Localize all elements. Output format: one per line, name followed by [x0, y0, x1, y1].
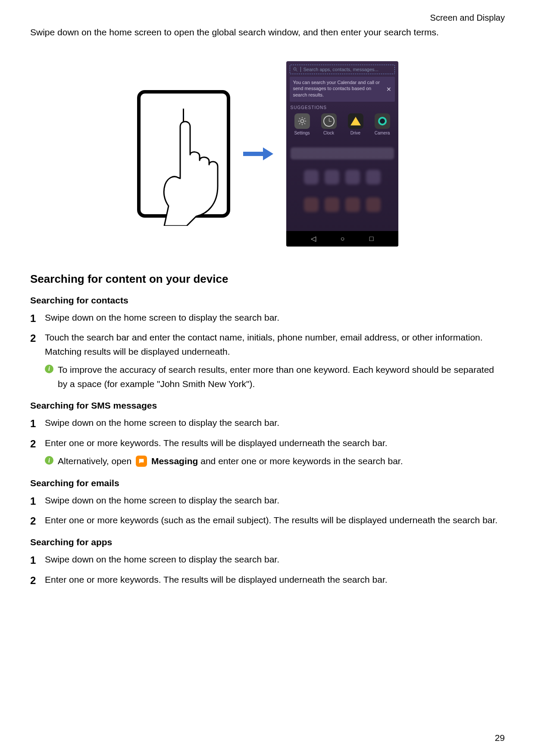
suggestions-row: Settings Clock Drive Camera — [286, 112, 398, 139]
subheading-contacts: Searching for contacts — [30, 295, 505, 306]
svg-marker-1 — [263, 147, 273, 160]
device-swipe-illustration — [137, 90, 230, 218]
suggestions-label: SUGGESTIONS — [291, 105, 395, 110]
search-bar[interactable]: Search apps, contacts, messages... — [290, 65, 395, 74]
steps-sms: Swipe down on the home screen to display… — [30, 416, 505, 469]
search-tip-card: You can search your Calendar and call or… — [290, 77, 395, 102]
tip-block: i To improve the accuracy of search resu… — [45, 363, 505, 391]
intro-paragraph: Swipe down on the home screen to open th… — [30, 25, 505, 40]
step-item: Swipe down on the home screen to display… — [30, 494, 505, 508]
device-search-screenshot: Search apps, contacts, messages... You c… — [286, 61, 398, 247]
info-icon: i — [45, 365, 53, 373]
nav-home-icon[interactable]: ○ — [341, 235, 345, 243]
step-item: Enter one or more keywords (such as the … — [30, 513, 505, 528]
steps-emails: Swipe down on the home screen to display… — [30, 494, 505, 528]
info-icon: i — [45, 456, 53, 465]
step-item: Swipe down on the home screen to display… — [30, 416, 505, 430]
tip-app-name: Messaging — [151, 456, 198, 466]
svg-line-11 — [299, 123, 300, 124]
step-item: Swipe down on the home screen to display… — [30, 311, 505, 325]
svg-point-2 — [294, 68, 296, 70]
search-tip-text: You can search your Calendar and call or… — [293, 80, 380, 98]
page: Screen and Display Swipe down on the hom… — [0, 0, 535, 756]
suggestion-app-drive[interactable]: Drive — [344, 113, 367, 135]
nav-back-icon[interactable]: ◁ — [311, 234, 316, 243]
svg-line-10 — [304, 123, 305, 124]
section-heading: Searching for content on your device — [30, 272, 505, 286]
camera-icon — [375, 113, 390, 129]
search-placeholder: Search apps, contacts, messages... — [303, 67, 379, 72]
step-text: Enter one or more keywords. The results … — [45, 438, 388, 448]
step-text: Touch the search bar and enter the conta… — [45, 332, 483, 356]
page-number: 29 — [495, 733, 505, 743]
settings-icon — [294, 113, 310, 129]
step-item: Enter one or more keywords. The results … — [30, 436, 505, 469]
svg-line-3 — [296, 70, 297, 71]
blurred-icons-row — [286, 197, 398, 212]
drive-icon — [348, 113, 363, 129]
subheading-emails: Searching for emails — [30, 478, 505, 488]
blurred-icons-row — [286, 170, 398, 184]
arrow-right-icon — [243, 147, 273, 161]
suggestion-app-label: Settings — [291, 131, 314, 135]
hand-icon — [156, 114, 243, 226]
suggestion-app-label: Camera — [371, 131, 394, 135]
svg-point-4 — [300, 119, 303, 122]
messaging-app-icon — [136, 456, 147, 467]
search-icon — [293, 67, 298, 72]
tip-text: Alternatively, open Messaging and enter … — [58, 454, 505, 469]
svg-line-9 — [299, 118, 300, 119]
svg-rect-0 — [243, 152, 263, 156]
suggestion-app-settings[interactable]: Settings — [291, 113, 314, 135]
nav-recent-icon[interactable]: □ — [369, 235, 374, 243]
close-icon[interactable]: ✕ — [386, 85, 391, 93]
subheading-sms: Searching for SMS messages — [30, 400, 505, 411]
steps-contacts: Swipe down on the home screen to display… — [30, 311, 505, 391]
step-item: Enter one or more keywords. The results … — [30, 573, 505, 587]
step-item: Swipe down on the home screen to display… — [30, 553, 505, 567]
subheading-apps: Searching for apps — [30, 537, 505, 547]
tip-block: i Alternatively, open Messaging and ente… — [45, 454, 505, 469]
blurred-placeholder — [291, 147, 394, 159]
android-navbar: ◁ ○ □ — [286, 231, 398, 247]
suggestion-app-label: Drive — [344, 131, 367, 135]
suggestion-app-label: Clock — [317, 131, 341, 135]
step-item: Touch the search bar and enter the conta… — [30, 331, 505, 391]
illustration-row: Search apps, contacts, messages... You c… — [30, 61, 505, 247]
suggestion-app-camera[interactable]: Camera — [371, 113, 394, 135]
svg-line-12 — [304, 118, 305, 119]
tip-text-post: and enter one or more keywords in the se… — [198, 456, 403, 466]
tip-text-pre: Alternatively, open — [58, 456, 134, 466]
suggestion-app-clock[interactable]: Clock — [317, 113, 341, 135]
tip-text: To improve the accuracy of search result… — [58, 363, 505, 391]
clock-icon — [321, 113, 337, 129]
steps-apps: Swipe down on the home screen to display… — [30, 553, 505, 587]
header-section-label: Screen and Display — [30, 13, 505, 23]
